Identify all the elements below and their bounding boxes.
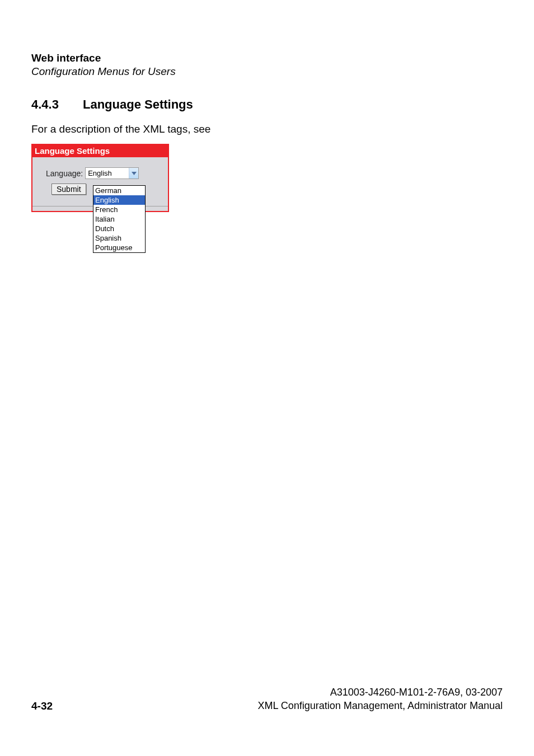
language-field-label: Language: (38, 169, 83, 178)
section-description: For a description of the XML tags, see (31, 123, 210, 135)
submit-button[interactable]: Submit (51, 184, 86, 195)
section-title: Language Settings (83, 97, 193, 111)
footer-doc-title: XML Configuration Management, Administra… (31, 699, 503, 712)
language-dropdown-list[interactable]: German English French Italian Dutch Span… (93, 185, 146, 253)
header-subtitle: Configuration Menus for Users (31, 65, 176, 78)
chevron-down-icon[interactable] (129, 168, 138, 179)
language-option[interactable]: English (93, 195, 145, 205)
footer-page-number: 4-32 (31, 700, 53, 712)
language-option[interactable]: French (93, 205, 145, 214)
language-select-value: English (88, 169, 112, 177)
language-option[interactable]: Spanish (93, 233, 145, 243)
footer-doc-id: A31003-J4260-M101-2-76A9, 03-2007 (31, 685, 503, 699)
section-number: 4.4.3 (31, 97, 83, 112)
language-option[interactable]: Portuguese (93, 243, 145, 252)
section-heading: 4.4.3Language Settings (31, 97, 193, 112)
page-footer: A31003-J4260-M101-2-76A9, 03-2007 XML Co… (31, 685, 503, 712)
language-option[interactable]: Italian (93, 214, 145, 224)
header-title: Web interface (31, 51, 176, 65)
panel-title: Language Settings (32, 145, 168, 157)
language-select[interactable]: English (85, 167, 139, 179)
language-option[interactable]: Dutch (93, 224, 145, 233)
language-option[interactable]: German (93, 186, 145, 195)
